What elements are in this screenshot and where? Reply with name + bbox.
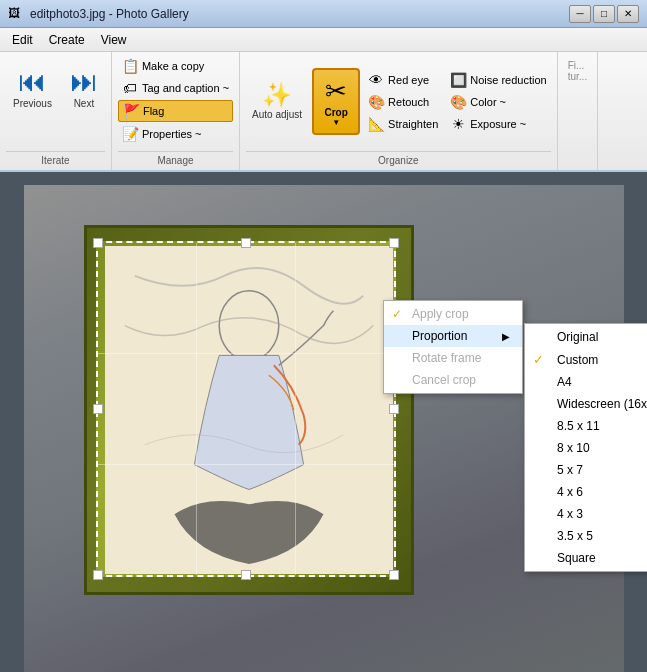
exposure-button[interactable]: ☀ Exposure ~ <box>446 114 550 134</box>
color-icon: 🎨 <box>450 94 466 110</box>
menu-create[interactable]: Create <box>41 31 93 49</box>
app-icon: 🖼 <box>8 6 24 22</box>
original-label: Original <box>557 330 598 344</box>
810-label: 8 x 10 <box>557 441 590 455</box>
menu-view[interactable]: View <box>93 31 135 49</box>
toolbar-group-iterate: ⏮ Previous ⏭ Next Iterate <box>0 52 112 170</box>
crop-overlay[interactable] <box>96 241 396 577</box>
copy-icon: 📋 <box>122 58 138 74</box>
crop-grid-v1 <box>196 243 197 575</box>
a4-label: A4 <box>557 375 572 389</box>
43-label: 4 x 3 <box>557 507 583 521</box>
apply-crop-check: ✓ <box>392 307 406 321</box>
make-copy-label: Make a copy <box>142 60 204 72</box>
red-eye-button[interactable]: 👁 Red eye <box>364 70 442 90</box>
next-button[interactable]: ⏭ Next <box>63 56 105 118</box>
menu-edit[interactable]: Edit <box>4 31 41 49</box>
main-content: ✓ Apply crop Proportion ▶ Original ✓ Cus… <box>0 172 647 672</box>
crop-handle-bottom-left[interactable] <box>93 570 103 580</box>
rotate-frame-item: Rotate frame <box>384 347 522 369</box>
straighten-icon: 📐 <box>368 116 384 132</box>
properties-label: Properties ~ <box>142 128 202 140</box>
toolbar-group-findtune: Fi...tur... <box>558 52 598 170</box>
proportion-square[interactable]: Square <box>525 547 647 569</box>
next-label: Next <box>74 98 95 109</box>
crop-handle-top-middle[interactable] <box>241 238 251 248</box>
apply-crop-label: Apply crop <box>412 307 469 321</box>
rotate-frame-label: Rotate frame <box>412 351 481 365</box>
flag-button[interactable]: 🚩 Flag <box>118 100 233 122</box>
maximize-button[interactable]: □ <box>593 5 615 23</box>
crop-dropdown-menu: ✓ Apply crop Proportion ▶ Original ✓ Cus… <box>383 300 523 394</box>
custom-check: ✓ <box>533 352 551 367</box>
crop-handle-bottom-middle[interactable] <box>241 570 251 580</box>
straighten-button[interactable]: 📐 Straighten <box>364 114 442 134</box>
crop-label: Crop <box>324 107 347 118</box>
proportion-item[interactable]: Proportion ▶ Original ✓ Custom A4 <box>384 325 522 347</box>
proportion-original[interactable]: Original <box>525 326 647 348</box>
red-eye-label: Red eye <box>388 74 429 86</box>
widescreen-label: Widescreen (16x9) <box>557 397 647 411</box>
title-controls: ─ □ ✕ <box>569 5 639 23</box>
proportion-a4[interactable]: A4 <box>525 371 647 393</box>
proportion-46[interactable]: 4 x 6 <box>525 481 647 503</box>
retouch-button[interactable]: 🎨 Retouch <box>364 92 442 112</box>
proportion-3x5[interactable]: 3.5 x 5 <box>525 525 647 547</box>
flag-icon: 🚩 <box>123 103 139 119</box>
proportion-widescreen[interactable]: Widescreen (16x9) <box>525 393 647 415</box>
crop-button[interactable]: ✂ Crop ▼ <box>312 68 360 135</box>
close-button[interactable]: ✕ <box>617 5 639 23</box>
57-label: 5 x 7 <box>557 463 583 477</box>
3x5-label: 3.5 x 5 <box>557 529 593 543</box>
crop-grid-v2 <box>295 243 296 575</box>
tag-caption-button[interactable]: 🏷 Tag and caption ~ <box>118 78 233 98</box>
crop-dropdown: ✓ Apply crop Proportion ▶ Original ✓ Cus… <box>383 300 523 394</box>
crop-handle-middle-left[interactable] <box>93 404 103 414</box>
red-eye-icon: 👁 <box>368 72 384 88</box>
toolbar-group-manage: 📋 Make a copy 🏷 Tag and caption ~ 🚩 Flag… <box>112 52 240 170</box>
tag-icon: 🏷 <box>122 80 138 96</box>
color-label: Color ~ <box>470 96 506 108</box>
proportion-arrow: ▶ <box>502 331 510 342</box>
iterate-label: Iterate <box>6 151 105 166</box>
flag-label: Flag <box>143 105 164 117</box>
cancel-crop-label: Cancel crop <box>412 373 476 387</box>
proportion-57[interactable]: 5 x 7 <box>525 459 647 481</box>
make-copy-button[interactable]: 📋 Make a copy <box>118 56 233 76</box>
8511-label: 8.5 x 11 <box>557 419 600 433</box>
proportion-submenu: Original ✓ Custom A4 Widescreen (16x9) <box>524 323 647 572</box>
toolbar: ⏮ Previous ⏭ Next Iterate 📋 Make a copy … <box>0 52 647 172</box>
crop-handle-top-right[interactable] <box>389 238 399 248</box>
noise-reduction-icon: 🔲 <box>450 72 466 88</box>
auto-adjust-button[interactable]: ✨ Auto adjust <box>246 79 308 124</box>
next-icon: ⏭ <box>70 65 98 98</box>
crop-icon: ✂ <box>325 76 347 107</box>
crop-handle-bottom-right[interactable] <box>389 570 399 580</box>
window-title: editphoto3.jpg - Photo Gallery <box>30 7 189 21</box>
proportion-8511[interactable]: 8.5 x 11 <box>525 415 647 437</box>
proportion-810[interactable]: 8 x 10 <box>525 437 647 459</box>
crop-handle-top-left[interactable] <box>93 238 103 248</box>
exposure-label: Exposure ~ <box>470 118 526 130</box>
previous-button[interactable]: ⏮ Previous <box>6 56 59 118</box>
proportion-43[interactable]: 4 x 3 <box>525 503 647 525</box>
square-label: Square <box>557 551 596 565</box>
auto-adjust-icon: ✨ <box>262 83 292 107</box>
previous-icon: ⏮ <box>18 65 46 98</box>
retouch-label: Retouch <box>388 96 429 108</box>
crop-handle-middle-right[interactable] <box>389 404 399 414</box>
organize-label: Organize <box>246 151 551 166</box>
toolbar-group-organize: ✨ Auto adjust ✂ Crop ▼ 👁 Red eye 🎨 Retou… <box>240 52 558 170</box>
menu-bar: Edit Create View <box>0 28 647 52</box>
proportion-custom[interactable]: ✓ Custom <box>525 348 647 371</box>
tag-caption-label: Tag and caption ~ <box>142 82 229 94</box>
color-button[interactable]: 🎨 Color ~ <box>446 92 550 112</box>
crop-dropdown-arrow: ▼ <box>332 118 340 127</box>
cancel-crop-item: Cancel crop <box>384 369 522 391</box>
properties-button[interactable]: 📝 Properties ~ <box>118 124 233 144</box>
noise-reduction-button[interactable]: 🔲 Noise reduction <box>446 70 550 90</box>
46-label: 4 x 6 <box>557 485 583 499</box>
auto-adjust-label: Auto adjust <box>252 109 302 120</box>
minimize-button[interactable]: ─ <box>569 5 591 23</box>
crop-grid-h2 <box>98 464 394 465</box>
